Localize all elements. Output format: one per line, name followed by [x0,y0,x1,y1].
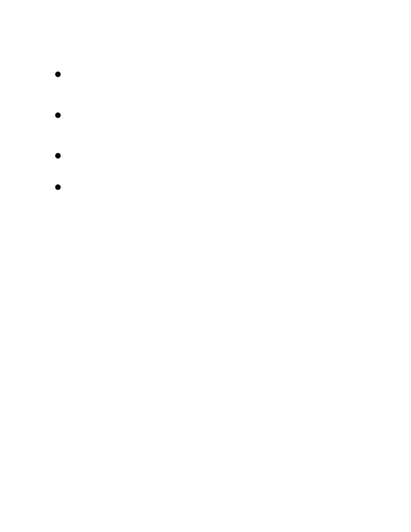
page-content [0,0,411,190]
list-item [55,150,411,159]
list-item [55,69,411,78]
list-item [55,110,411,118]
bullet-list [55,69,411,190]
list-item [55,182,411,190]
